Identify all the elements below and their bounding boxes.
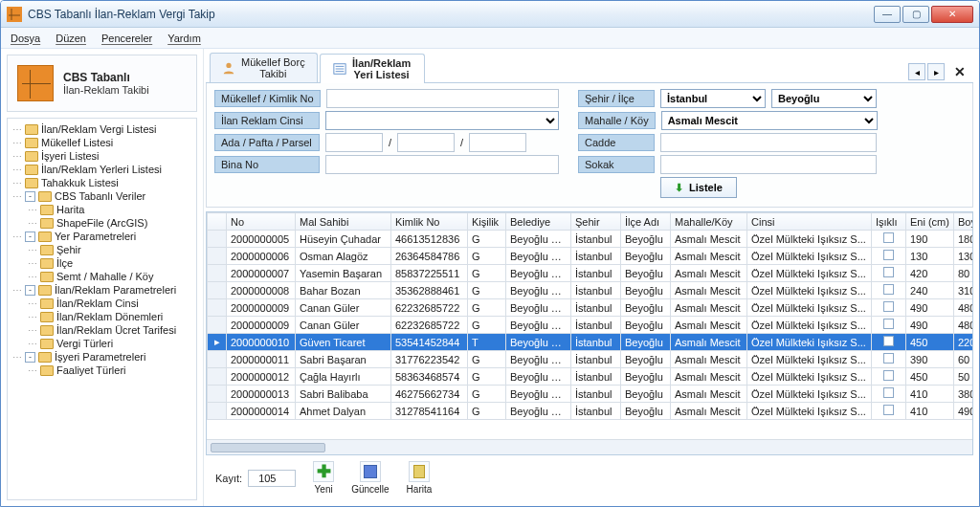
checkbox-icon[interactable]	[883, 284, 894, 295]
checkbox-icon[interactable]	[883, 405, 894, 415]
checkbox-icon[interactable]	[883, 232, 894, 243]
table-row[interactable]: 2000000012Çağla Hayırlı58363468574GBeyoğ…	[208, 368, 973, 386]
table-row[interactable]: 2000000008Bahar Bozan35362888461GBeyoğlu…	[208, 282, 973, 299]
menu-windows[interactable]: Pencereler	[101, 33, 152, 44]
table-row[interactable]: 2000000005Hüseyin Çuhadar46613512836GBey…	[208, 231, 973, 248]
cadde-input[interactable]	[660, 133, 877, 152]
tree-item[interactable]: ⋯İlan/Reklam Ücret Tarifesi	[10, 324, 194, 336]
tree-item[interactable]: ⋯İlan/Reklam Vergi Listesi	[10, 123, 194, 135]
checkbox-icon[interactable]	[883, 353, 894, 364]
cell	[872, 334, 906, 351]
sokak-input[interactable]	[660, 155, 877, 174]
tab-prev-button[interactable]: ◂	[908, 63, 925, 80]
cell: G	[468, 282, 506, 299]
checkbox-icon[interactable]	[883, 319, 894, 329]
listele-button[interactable]: ⬇ Listele	[660, 177, 737, 198]
column-header[interactable]: No	[227, 213, 296, 231]
table-row[interactable]: 2000000006Osman Alagöz26364584786GBeyoğl…	[208, 248, 973, 265]
column-header[interactable]	[208, 213, 227, 231]
column-header[interactable]: Belediye	[506, 213, 571, 231]
tab-ilan-reklam-yeri[interactable]: İlan/Reklam Yeri Listesi	[320, 54, 425, 83]
tree-item[interactable]: ⋯-Yer Parametreleri	[10, 231, 194, 242]
column-header[interactable]: Şehir	[571, 213, 621, 231]
label-cadde: Cadde	[578, 134, 655, 151]
table-row[interactable]: 2000000007Yasemin Başaran85837225511GBey…	[208, 265, 973, 282]
checkbox-icon[interactable]	[883, 250, 894, 260]
checkbox-icon[interactable]	[883, 387, 894, 398]
tab-mukellef-borc[interactable]: Mükellef Borç Takibi	[210, 53, 318, 82]
bina-input[interactable]	[325, 155, 559, 174]
checkbox-icon[interactable]	[883, 336, 894, 346]
tree-item[interactable]: ⋯-İlan/Reklam Parametreleri	[10, 284, 194, 296]
column-header[interactable]: Kişilik	[468, 213, 506, 231]
titlebar[interactable]: CBS Tabanlı İlan-Reklam Vergi Takip — ▢ …	[1, 1, 979, 28]
checkbox-icon[interactable]	[883, 267, 894, 277]
ilan-cinsi-select[interactable]	[325, 111, 559, 130]
tree-item[interactable]: ⋯İlan/Reklam Cinsi	[10, 298, 194, 309]
menu-help[interactable]: Yardım	[167, 33, 201, 44]
mahalle-select[interactable]: Asmalı Mescit	[661, 111, 878, 130]
new-button[interactable]: ✚ Yeni	[313, 461, 334, 495]
checkbox-icon[interactable]	[883, 301, 894, 312]
cell: 480	[954, 299, 973, 317]
tree-item[interactable]: ⋯Tahakkuk Listesi	[10, 177, 194, 188]
tab-next-button[interactable]: ▸	[927, 63, 945, 80]
maximize-button[interactable]: ▢	[902, 6, 929, 23]
tree-item[interactable]: ⋯-CBS Tabanlı Veriler	[10, 190, 194, 202]
table-row[interactable]: 2000000009Canan Güler62232685722GBeyoğlu…	[208, 317, 973, 334]
cell: İstanbul	[571, 317, 621, 334]
parsel-input[interactable]	[469, 133, 526, 152]
tree-item[interactable]: ⋯Mükellef Listesi	[10, 137, 194, 148]
ada-input[interactable]	[325, 133, 383, 152]
cell: Beyoğlu B...	[506, 351, 571, 368]
tree-item-label: İlan/Reklam Dönemleri	[56, 311, 163, 322]
tree-item[interactable]: ⋯İlan/Reklam Yerleri Listesi	[10, 164, 194, 175]
tree-item[interactable]: ⋯Vergi Türleri	[10, 338, 194, 349]
pafta-input[interactable]	[397, 133, 455, 152]
tree-item[interactable]: ⋯Faaliyet Türleri	[10, 364, 194, 376]
tree-item[interactable]: ⋯İlçe	[10, 257, 194, 269]
cell: 490	[954, 403, 973, 420]
sehir-select[interactable]: İstanbul	[660, 89, 766, 108]
collapse-icon[interactable]: -	[25, 191, 35, 202]
cell: Özel Mülkteki Işıksız S...	[747, 282, 872, 299]
ilce-select[interactable]: Beyoğlu	[771, 89, 877, 108]
brand-card: CBS Tabanlı İlan-Reklam Takibi	[7, 55, 197, 112]
cell: Beyoğlu	[621, 231, 671, 248]
close-button[interactable]: ✕	[931, 6, 973, 23]
horizontal-scrollbar[interactable]	[207, 439, 972, 454]
collapse-icon[interactable]: -	[25, 231, 35, 242]
column-header[interactable]: Kimlik No	[391, 213, 468, 231]
table-row[interactable]: 2000000014Ahmet Dalyan31278541164GBeyoğl…	[208, 403, 973, 420]
table-row[interactable]: 2000000011Sabri Başaran31776223542GBeyoğ…	[208, 351, 973, 368]
tab-close-button[interactable]: ✕	[954, 64, 969, 79]
tree-item[interactable]: ⋯Şehir	[10, 244, 194, 255]
nav-tree[interactable]: ⋯İlan/Reklam Vergi Listesi⋯Mükellef List…	[7, 118, 197, 500]
tree-item[interactable]: ⋯ShapeFile (ArcGIS)	[10, 217, 194, 229]
menu-edit[interactable]: Düzen	[56, 33, 86, 44]
map-button[interactable]: Harita	[407, 461, 433, 495]
column-header[interactable]: Cinsi	[747, 213, 872, 231]
table-row[interactable]: ▸2000000010Güven Ticaret53541452844TBeyo…	[208, 334, 973, 351]
column-header[interactable]: Mahalle/Köy	[671, 213, 747, 231]
table-row[interactable]: 2000000009Canan Güler62232685722GBeyoğlu…	[208, 299, 973, 317]
minimize-button[interactable]: —	[874, 6, 901, 23]
tree-item[interactable]: ⋯Harita	[10, 204, 194, 215]
column-header[interactable]: İlçe Adı	[621, 213, 671, 231]
collapse-icon[interactable]: -	[25, 285, 35, 296]
menu-file[interactable]: Dosya	[11, 33, 40, 44]
data-grid[interactable]: NoMal SahibiKimlik NoKişilikBelediyeŞehi…	[206, 211, 973, 455]
column-header[interactable]: Işıklı	[872, 213, 906, 231]
collapse-icon[interactable]: -	[25, 352, 35, 363]
checkbox-icon[interactable]	[883, 370, 894, 381]
tree-item[interactable]: ⋯İlan/Reklam Dönemleri	[10, 311, 194, 322]
table-row[interactable]: 2000000013Sabri Balibaba46275662734GBeyo…	[208, 386, 973, 403]
update-button[interactable]: Güncelle	[351, 461, 389, 495]
column-header[interactable]: Eni (cm)	[906, 213, 954, 231]
tree-item[interactable]: ⋯-İşyeri Parametreleri	[10, 351, 194, 363]
column-header[interactable]: Mal Sahibi	[296, 213, 391, 231]
mukellef-input[interactable]	[326, 89, 559, 108]
column-header[interactable]: Boyu (cm)	[954, 213, 973, 231]
tree-item[interactable]: ⋯İşyeri Listesi	[10, 150, 194, 162]
tree-item[interactable]: ⋯Semt / Mahalle / Köy	[10, 271, 194, 282]
